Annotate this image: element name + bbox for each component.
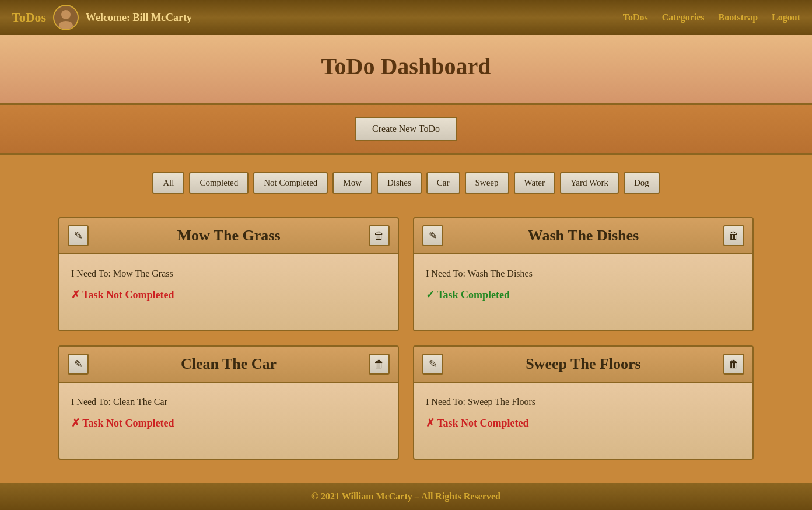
filter-dishes[interactable]: Dishes xyxy=(377,172,422,194)
todo-description: I Need To: Wash The Dishes xyxy=(426,268,741,279)
todo-card-header: ✎ Wash The Dishes 🗑 xyxy=(414,218,752,254)
svg-point-1 xyxy=(61,10,71,19)
navbar-links: ToDos Categories Bootstrap Logout xyxy=(623,12,800,23)
todo-description: I Need To: Clean The Car xyxy=(71,397,386,407)
todo-card-title: Mow The Grass xyxy=(89,227,369,244)
todo-card-header: ✎ Mow The Grass 🗑 xyxy=(60,218,398,254)
navbar-brand[interactable]: ToDos xyxy=(12,10,46,25)
nav-logout[interactable]: Logout xyxy=(772,12,800,23)
todo-card: ✎ Sweep The Floors 🗑 I Need To: Sweep Th… xyxy=(413,345,754,460)
todo-status: ✗ Task Not Completed xyxy=(71,417,386,429)
todo-card-body: I Need To: Sweep The Floors ✗ Task Not C… xyxy=(414,383,752,459)
filter-section: All Completed Not Completed Mow Dishes C… xyxy=(0,155,812,211)
filter-water[interactable]: Water xyxy=(514,172,555,194)
edit-icon: ✎ xyxy=(74,229,83,242)
todo-card-title: Sweep The Floors xyxy=(443,355,723,373)
button-section: Create New ToDo xyxy=(0,105,812,155)
filter-all[interactable]: All xyxy=(152,172,184,194)
delete-button[interactable]: 🗑 xyxy=(723,354,744,375)
navbar: ToDos Welcome: Bill McCarty ToDos Catego… xyxy=(0,0,812,35)
edit-button[interactable]: ✎ xyxy=(422,225,443,246)
todo-grid: ✎ Mow The Grass 🗑 I Need To: Mow The Gra… xyxy=(58,217,754,460)
edit-button[interactable]: ✎ xyxy=(422,354,443,375)
edit-icon: ✎ xyxy=(74,358,83,371)
avatar xyxy=(53,5,79,30)
edit-button[interactable]: ✎ xyxy=(68,225,89,246)
delete-button[interactable]: 🗑 xyxy=(369,225,390,246)
filter-yard-work[interactable]: Yard Work xyxy=(560,172,619,194)
filter-completed[interactable]: Completed xyxy=(189,172,249,194)
nav-todos[interactable]: ToDos xyxy=(623,12,648,23)
delete-icon: 🗑 xyxy=(374,230,384,242)
todo-card-title: Wash The Dishes xyxy=(443,227,723,244)
filter-car[interactable]: Car xyxy=(426,172,460,194)
nav-bootstrap[interactable]: Bootstrap xyxy=(719,12,758,23)
filter-not-completed[interactable]: Not Completed xyxy=(253,172,328,194)
todo-description: I Need To: Mow The Grass xyxy=(71,268,386,279)
delete-button[interactable]: 🗑 xyxy=(369,354,390,375)
navbar-left: ToDos Welcome: Bill McCarty xyxy=(12,5,192,30)
todo-card-body: I Need To: Mow The Grass ✗ Task Not Comp… xyxy=(60,254,398,330)
todo-card: ✎ Wash The Dishes 🗑 I Need To: Wash The … xyxy=(413,217,754,331)
todo-card-body: I Need To: Clean The Car ✗ Task Not Comp… xyxy=(60,383,398,459)
filter-dog[interactable]: Dog xyxy=(624,172,660,194)
todo-card-header: ✎ Sweep The Floors 🗑 xyxy=(414,347,752,383)
page-title: ToDo Dashboard xyxy=(12,53,800,80)
create-todo-button[interactable]: Create New ToDo xyxy=(355,117,457,141)
todo-card-header: ✎ Clean The Car 🗑 xyxy=(60,347,398,383)
nav-categories[interactable]: Categories xyxy=(662,12,705,23)
delete-icon: 🗑 xyxy=(729,230,739,242)
header-section: ToDo Dashboard xyxy=(0,35,812,105)
todo-status: ✗ Task Not Completed xyxy=(71,288,386,301)
footer: © 2021 William McCarty – All Rights Rese… xyxy=(0,483,812,510)
todo-card: ✎ Clean The Car 🗑 I Need To: Clean The C… xyxy=(58,345,399,460)
filter-mow[interactable]: Mow xyxy=(332,172,372,194)
edit-icon: ✎ xyxy=(429,358,438,371)
edit-button[interactable]: ✎ xyxy=(68,354,89,375)
navbar-welcome: Welcome: Bill McCarty xyxy=(86,12,192,24)
todo-card-body: I Need To: Wash The Dishes ✓ Task Comple… xyxy=(414,254,752,330)
todo-status: ✗ Task Not Completed xyxy=(426,417,741,429)
delete-icon: 🗑 xyxy=(729,358,739,371)
main-content: ✎ Mow The Grass 🗑 I Need To: Mow The Gra… xyxy=(0,211,812,483)
todo-description: I Need To: Sweep The Floors xyxy=(426,397,741,407)
todo-status: ✓ Task Completed xyxy=(426,288,741,301)
edit-icon: ✎ xyxy=(429,229,438,242)
todo-card: ✎ Mow The Grass 🗑 I Need To: Mow The Gra… xyxy=(58,217,399,331)
footer-text: © 2021 William McCarty – All Rights Rese… xyxy=(312,491,501,501)
todo-card-title: Clean The Car xyxy=(89,355,369,373)
filter-sweep[interactable]: Sweep xyxy=(465,172,509,194)
delete-button[interactable]: 🗑 xyxy=(723,225,744,246)
delete-icon: 🗑 xyxy=(374,358,384,371)
